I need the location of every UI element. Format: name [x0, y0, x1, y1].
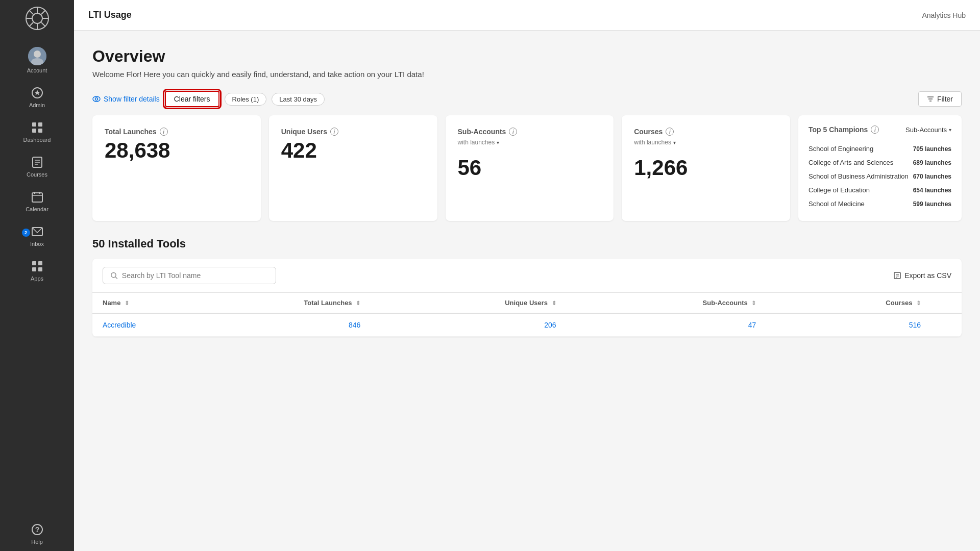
table-row: Accredible 846 206 47 516 — [92, 313, 962, 337]
champions-header: Top 5 Champions i Sub-Accounts ▾ — [808, 126, 951, 134]
champions-list: School of Engineering 705 launches Colle… — [808, 142, 951, 211]
export-csv-button[interactable]: Export as CSV — [893, 271, 951, 280]
sidebar-item-inbox[interactable]: 2 Inbox — [0, 218, 74, 253]
sidebar-item-account[interactable]: Account — [0, 41, 74, 80]
clear-filters-button[interactable]: Clear filters — [165, 91, 219, 107]
export-icon — [893, 271, 901, 280]
svg-point-1 — [32, 13, 42, 23]
champions-dropdown[interactable]: Sub-Accounts ▾ — [905, 126, 951, 134]
apps-icon — [30, 259, 44, 273]
main-wrapper: LTI Usage Analytics Hub Overview Welcome… — [74, 0, 980, 551]
col-header-total-launches[interactable]: Total Launches ⇕ — [195, 293, 402, 313]
svg-rect-14 — [32, 122, 36, 127]
sidebar-logo[interactable] — [24, 5, 51, 32]
courses-info-icon[interactable]: i — [666, 128, 674, 136]
filter-tag-roles[interactable]: Roles (1) — [225, 93, 267, 106]
sidebar-item-calendar[interactable]: Calendar — [0, 184, 74, 218]
top-header: LTI Usage Analytics Hub — [74, 0, 980, 31]
sidebar-item-apps-label: Apps — [31, 276, 43, 282]
sidebar-item-apps[interactable]: Apps — [0, 253, 74, 288]
sidebar-item-help[interactable]: ? Help — [0, 516, 74, 551]
tools-container: Export as CSV Name ⇕ Total Launches ⇕ — [92, 259, 962, 337]
champion-launches-1: 689 launches — [913, 159, 951, 166]
sort-icon-courses: ⇕ — [916, 300, 921, 306]
search-input[interactable] — [122, 271, 268, 280]
svg-line-39 — [115, 277, 117, 279]
sub-accounts-info-icon[interactable]: i — [509, 128, 517, 136]
page-subtitle: Welcome Flor! Here you can quickly and e… — [92, 70, 962, 79]
sidebar-item-calendar-label: Calendar — [26, 206, 48, 212]
svg-point-34 — [95, 98, 98, 101]
stat-sub-accounts-subtitle: with launches ▾ — [458, 139, 602, 146]
admin-icon — [30, 86, 44, 100]
sidebar-item-admin[interactable]: Admin — [0, 80, 74, 114]
col-header-sub-accounts[interactable]: Sub-Accounts ⇕ — [597, 293, 797, 313]
champion-name-1: College of Arts and Sciences — [808, 159, 893, 166]
tool-name-cell[interactable]: Accredible — [92, 313, 195, 337]
champions-info-icon[interactable]: i — [871, 126, 879, 134]
export-csv-label: Export as CSV — [904, 271, 951, 280]
col-header-name[interactable]: Name ⇕ — [92, 293, 195, 313]
svg-point-38 — [111, 272, 116, 277]
tool-sub-accounts-cell: 47 — [597, 313, 797, 337]
svg-rect-28 — [38, 261, 42, 265]
show-filter-details-link[interactable]: Show filter details — [92, 95, 160, 103]
sidebar-item-dashboard-label: Dashboard — [23, 137, 51, 143]
champion-row-2: School of Business Administration 670 la… — [808, 169, 951, 183]
stat-courses-title: Courses i — [634, 128, 778, 136]
svg-point-33 — [93, 96, 100, 102]
filter-bar: Show filter details Clear filters Roles … — [92, 91, 962, 107]
search-icon — [110, 271, 118, 280]
courses-icon — [30, 155, 44, 169]
svg-line-7 — [41, 22, 45, 27]
sidebar-item-dashboard[interactable]: Dashboard — [0, 114, 74, 149]
total-launches-info-icon[interactable]: i — [160, 128, 168, 136]
filter-button-label: Filter — [937, 95, 953, 103]
col-header-unique-users[interactable]: Unique Users ⇕ — [401, 293, 597, 313]
stat-card-total-launches: Total Launches i 28,638 — [92, 115, 261, 221]
stat-sub-accounts-title: Sub-Accounts i — [458, 128, 602, 136]
svg-rect-17 — [38, 129, 42, 133]
champions-title: Top 5 Champions i — [808, 126, 879, 134]
col-header-courses[interactable]: Courses ⇕ — [797, 293, 962, 313]
main-content: Overview Welcome Flor! Here you can quic… — [74, 31, 980, 551]
sidebar-item-courses[interactable]: Courses — [0, 149, 74, 184]
tools-table-header: Name ⇕ Total Launches ⇕ Unique Users ⇕ — [92, 293, 962, 313]
champion-row-4: School of Medicine 599 launches — [808, 197, 951, 211]
stat-courses-subtitle: with launches ▾ — [634, 139, 778, 146]
tool-launches-cell: 846 — [195, 313, 402, 337]
sub-accounts-chevron-icon[interactable]: ▾ — [497, 140, 499, 145]
champion-launches-4: 599 launches — [913, 201, 951, 208]
champion-row-1: College of Arts and Sciences 689 launche… — [808, 156, 951, 169]
filter-button[interactable]: Filter — [918, 91, 962, 107]
sidebar-item-account-label: Account — [27, 67, 47, 73]
courses-chevron-icon[interactable]: ▾ — [673, 140, 676, 145]
sort-icon-name: ⇕ — [125, 300, 129, 306]
svg-rect-30 — [38, 267, 42, 271]
page-header-title: LTI Usage — [88, 10, 132, 20]
installed-tools-title: 50 Installed Tools — [92, 237, 962, 251]
svg-point-11 — [34, 51, 41, 58]
analytics-hub-link[interactable]: Analytics Hub — [922, 11, 966, 19]
stat-unique-users-title: Unique Users i — [281, 128, 425, 136]
svg-text:?: ? — [35, 525, 39, 534]
champions-dropdown-chevron: ▾ — [949, 127, 951, 133]
sidebar: Account Admin Dashboard — [0, 0, 74, 551]
filter-tag-date[interactable]: Last 30 days — [272, 93, 325, 106]
filter-icon — [927, 95, 934, 103]
stat-courses-value: 1,266 — [634, 156, 778, 180]
stats-row: Total Launches i 28,638 Unique Users i 4… — [92, 115, 962, 221]
svg-rect-16 — [32, 129, 36, 133]
sort-icon-users: ⇕ — [552, 300, 556, 306]
stat-card-champions: Top 5 Champions i Sub-Accounts ▾ School … — [798, 115, 962, 221]
dashboard-icon — [30, 120, 44, 135]
eye-icon — [92, 95, 101, 103]
champion-name-3: College of Education — [808, 186, 870, 194]
search-box[interactable] — [103, 267, 276, 284]
svg-rect-22 — [32, 193, 42, 202]
calendar-icon — [30, 190, 44, 204]
tools-table-body: Accredible 846 206 47 516 — [92, 313, 962, 337]
svg-rect-15 — [38, 122, 42, 127]
unique-users-info-icon[interactable]: i — [330, 128, 338, 136]
stat-card-courses: Courses i with launches ▾ 1,266 — [622, 115, 790, 221]
